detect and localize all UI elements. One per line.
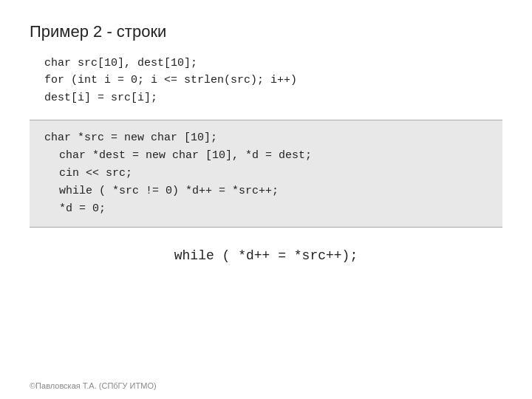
divider-bottom xyxy=(30,227,502,228)
code-highlighted-block: char *src = new char [10]; char *dest = … xyxy=(30,120,502,227)
bottom-statement: while ( *d++ = *src++); xyxy=(30,248,502,263)
page: Пример 2 - строки char src[10], dest[10]… xyxy=(0,0,532,399)
code-plain-line-3: dest[i] = src[i]; xyxy=(44,89,502,106)
code-plain-block: char src[10], dest[10]; for (int i = 0; … xyxy=(44,55,502,106)
code-highlighted-line-2: char *dest = new char [10], *d = dest; xyxy=(44,147,502,165)
code-highlighted-line-1: char *src = new char [10]; xyxy=(44,129,502,147)
code-highlighted-line-3: cin << src; xyxy=(44,165,502,183)
code-highlighted-line-5: *d = 0; xyxy=(44,200,502,218)
code-highlighted-line-4: while ( *src != 0) *d++ = *src++; xyxy=(44,183,502,200)
code-plain-line-1: char src[10], dest[10]; xyxy=(44,55,502,72)
code-plain-line-2: for (int i = 0; i <= strlen(src); i++) xyxy=(44,72,502,89)
page-title: Пример 2 - строки xyxy=(30,22,502,41)
footer-text: ©Павловская Т.А. (СПбГУ ИТМО) xyxy=(30,381,157,390)
